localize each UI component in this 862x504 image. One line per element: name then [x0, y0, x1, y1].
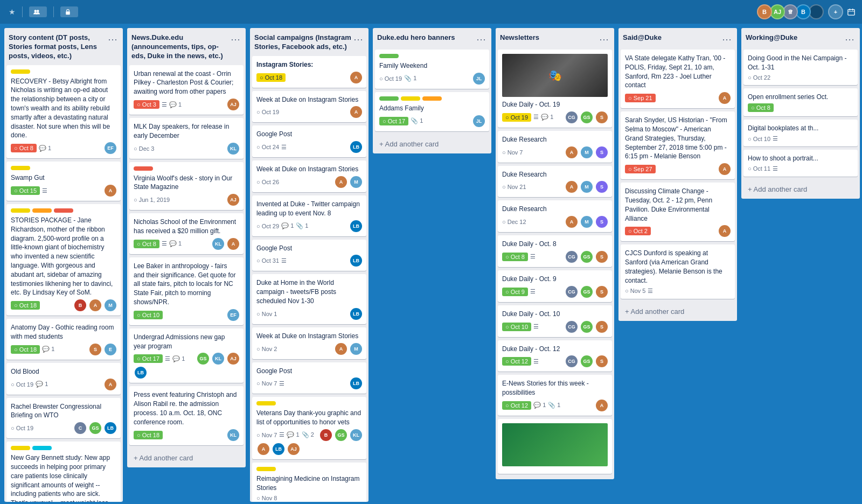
card[interactable]: Veterans Day thank-you graphic and list …: [252, 397, 366, 459]
card[interactable]: Undergrad Admissions new gap year progra…: [129, 328, 244, 383]
desc-icon: ☰: [165, 355, 170, 362]
team-badge[interactable]: [29, 6, 47, 17]
add-card-button[interactable]: + Add another card: [743, 182, 858, 197]
card-labels: [256, 467, 362, 471]
card-date: ○ Oct 10: [502, 323, 531, 331]
card[interactable]: MLK Day speakers, for release in early D…: [129, 118, 244, 159]
card[interactable]: Week at Duke on Instagram Stories○ Oct 1…: [252, 91, 366, 123]
card[interactable]: Anatomy Day - Gothic reading room with m…: [6, 319, 121, 360]
desc-icon: ☰: [162, 101, 167, 108]
card[interactable]: VA State delegate Kathy Tran, '00 - POLI…: [621, 50, 735, 108]
column-menu-button[interactable]: ⋯: [352, 33, 364, 45]
card-date: ○ Oct 19: [11, 425, 33, 431]
card-title: Duke Daily - Oct. 10: [502, 310, 608, 319]
card[interactable]: Duke at Home in the World campaign - twe…: [252, 274, 366, 324]
card-labels: [134, 166, 239, 171]
card-date: ○ Nov 7: [256, 380, 277, 387]
column-menu-button[interactable]: ⋯: [475, 33, 487, 45]
card-footer: ○ Oct 9☰CGGSS: [502, 286, 608, 298]
card[interactable]: Family Weekend○ Oct 19📎 1JL: [375, 50, 489, 89]
card-title: Discussing Climate Change - Tuesday, Oct…: [625, 187, 731, 223]
avatar-3[interactable]: ♕: [783, 4, 798, 19]
card-title: Family Weekend: [379, 61, 485, 71]
comment-count: 💬 1: [169, 240, 182, 247]
card-label: [11, 69, 30, 74]
card[interactable]: How to shoot a portrait...○ Oct 11☰: [743, 150, 858, 177]
card[interactable]: Google Post○ Nov 7☰LB: [252, 362, 366, 394]
card[interactable]: Addams Family○ Oct 17📎 1JL: [375, 92, 489, 131]
card-footer: ○ Oct 18KL: [134, 429, 239, 441]
card-footer: ○ Oct 12💬 1📎 1A: [502, 400, 608, 411]
card-date: ○ Oct 8: [502, 253, 528, 261]
card-date: ○ Oct 10: [748, 136, 770, 142]
card[interactable]: Lee Baker in anthropology - fairs and th…: [129, 257, 244, 325]
card[interactable]: Reimagining Medicine on Instagram Storie…: [252, 463, 366, 502]
attachment-count: 📎 1: [411, 117, 423, 124]
card[interactable]: Week at Duke on Instagram Stories○ Oct 2…: [252, 160, 366, 192]
card-date: ○ Oct 15: [11, 186, 40, 195]
card-title: Week at Duke on Instagram Stories: [256, 332, 362, 341]
card[interactable]: Nicholas School of the Environment has r…: [129, 213, 244, 254]
column-menu-button[interactable]: ⋯: [721, 33, 733, 45]
card[interactable]: Digital bookplates at th...○ Oct 10☰: [743, 120, 858, 146]
card[interactable]: Duke Research○ Dec 12AMS: [498, 200, 612, 232]
card[interactable]: Open enrollment series Oct.○ Oct 8: [743, 88, 858, 117]
card[interactable]: Duke Research○ Nov 7AMS: [498, 131, 612, 163]
card[interactable]: Week at Duke on Instagram Stories○ Nov 2…: [252, 327, 366, 359]
member-count-badge[interactable]: [809, 4, 824, 19]
card[interactable]: New Gary Bennett study: New app succeeds…: [6, 442, 121, 502]
card-title: Addams Family: [379, 104, 485, 113]
card[interactable]: Virginia Woolf's desk - story in Our Sta…: [129, 162, 244, 211]
card[interactable]: Press event featuring Christoph and Alis…: [129, 386, 244, 445]
card-title: Lee Baker in anthropology - fairs and th…: [134, 262, 239, 307]
card-avatar: KL: [227, 143, 239, 155]
add-member-button[interactable]: +: [828, 4, 843, 19]
card[interactable]: Duke Daily - Oct. 9○ Oct 9☰CGGSS: [498, 270, 612, 302]
calendar-button[interactable]: [847, 8, 858, 16]
card[interactable]: STORIES PACKAGE - Jane Richardson, mothe…: [6, 204, 121, 316]
card[interactable]: Google Post○ Oct 31☰LB: [252, 240, 366, 271]
card[interactable]: RECOVERY - Betsy Albright from Nicholas …: [6, 65, 121, 159]
card[interactable]: CJCS Dunford is speaking at Sanford (via…: [621, 244, 735, 298]
card-avatar: GS: [581, 286, 593, 298]
column-menu-button[interactable]: ⋯: [107, 33, 119, 45]
card[interactable]: Duke Research○ Nov 21AMS: [498, 166, 612, 198]
card[interactable]: Invented at Duke - Twitter campaign lead…: [252, 195, 366, 236]
card[interactable]: Old Blood○ Oct 19💬 1A: [6, 363, 121, 395]
card[interactable]: Urban renewal at the coast - Orrin Pilke…: [129, 65, 244, 115]
column-menu-button[interactable]: ⋯: [598, 33, 610, 45]
add-card-button[interactable]: + Add another card: [129, 451, 244, 465]
visibility-badge[interactable]: [60, 6, 78, 17]
column-menu-button[interactable]: ⋯: [844, 33, 856, 45]
card-date: ○ Dec 12: [502, 219, 526, 225]
card[interactable]: Duke Daily - Oct. 10○ Oct 10☰CGGSS: [498, 305, 612, 337]
card-title: E-News Stories for this week - possibili…: [502, 379, 608, 397]
star-icon[interactable]: ★: [9, 8, 16, 16]
card[interactable]: Swamp Gut○ Oct 15☰A: [6, 162, 121, 201]
card-avatar: A: [566, 216, 578, 228]
avatar-4[interactable]: B: [796, 4, 811, 19]
comment-count: 💬 1: [36, 381, 48, 388]
card[interactable]: Google Post○ Oct 24☰LB: [252, 125, 366, 157]
column-menu-button[interactable]: ⋯: [230, 33, 241, 45]
board-column: News.Duke.edu (announcements, tips, op-e…: [127, 28, 246, 467]
card-title: RECOVERY - Betsy Albright from Nicholas …: [11, 77, 116, 141]
card-avatar: KL: [350, 429, 362, 441]
card-title: Duke Research: [502, 135, 608, 144]
card[interactable]: Doing Good in the Nei Campaign - Oct. 1-…: [743, 50, 858, 85]
avatar-2[interactable]: AJ: [770, 4, 785, 19]
card[interactable]: 🎭 Duke Daily - Oct. 19○ Oct 19☰💬 1CGGSS: [498, 50, 612, 128]
card[interactable]: E-News Stories for this week - possibili…: [498, 375, 612, 416]
card[interactable]: Duke Daily - Oct. 12○ Oct 12☰CGGSS: [498, 340, 612, 372]
avatar-1[interactable]: B: [757, 4, 772, 19]
card[interactable]: Rachel Brewster Congressional Briefing o…: [6, 398, 121, 439]
card[interactable]: Instagram Stories:○ Oct 18A: [252, 56, 366, 88]
card[interactable]: Duke Daily - Oct. 8○ Oct 8☰CGGSS: [498, 235, 612, 267]
column-title: Story content (DT posts, Stories format …: [9, 33, 107, 61]
add-card-button[interactable]: + Add another card: [375, 137, 489, 151]
card-avatar: S: [596, 251, 608, 263]
add-card-button[interactable]: + Add another card: [621, 304, 735, 319]
card[interactable]: Sarah Snyder, US Historian - "From Selma…: [621, 111, 735, 179]
card[interactable]: Discussing Climate Change - Tuesday, Oct…: [621, 183, 735, 241]
card[interactable]: [498, 419, 612, 474]
